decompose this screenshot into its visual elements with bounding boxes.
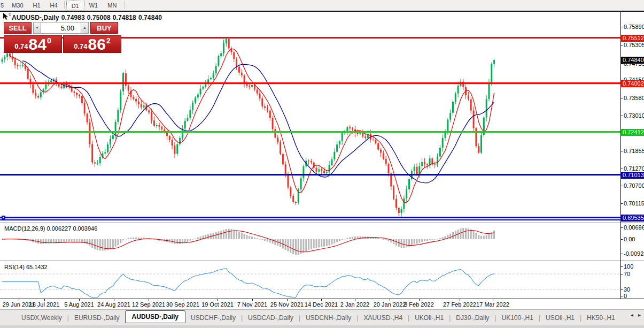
price-axis-tick bbox=[620, 27, 623, 27]
date-tick bbox=[183, 299, 183, 301]
tf-button-d1[interactable]: D1 bbox=[66, 1, 84, 10]
tab-usdcad-daily[interactable]: USDCAD-,Daily bbox=[243, 312, 299, 324]
buy-button[interactable]: BUY bbox=[90, 22, 118, 34]
tab-scroll-right-icon[interactable]: ▸ bbox=[638, 312, 641, 318]
chart-title: AUDUSD-,Daily0.749830.750080.748180.7484… bbox=[12, 14, 164, 21]
price-axis-label: 0.73010 bbox=[624, 112, 644, 119]
tf-button-w1[interactable]: W1 bbox=[84, 1, 103, 10]
hline-0.74002[interactable] bbox=[0, 82, 620, 84]
date-axis: 29 Jun 202118 Jul 20215 Aug 202124 Aug 2… bbox=[0, 299, 644, 309]
hline-0.72412[interactable] bbox=[0, 131, 620, 133]
tab-eurusd-daily[interactable]: EURUSD-,Daily bbox=[69, 312, 125, 324]
date-tick bbox=[19, 299, 19, 301]
sell-button[interactable]: SELL bbox=[4, 22, 32, 34]
macd-axis-label: -0.00923 bbox=[624, 250, 644, 257]
macd-histogram bbox=[2, 228, 495, 255]
tab-audusd-daily[interactable]: AUDUSD-,Daily bbox=[125, 310, 185, 323]
tab-hk50-h1[interactable]: HK50-,H1 bbox=[581, 312, 620, 324]
tab-scroll-nav: ◂ ▸ bbox=[631, 312, 641, 318]
hline-0.69535[interactable] bbox=[0, 217, 620, 218]
tab-usdx-weekly[interactable]: USDX,Weekly bbox=[16, 312, 67, 324]
quote-low: 0.74818 bbox=[113, 14, 136, 21]
price-axis-tick bbox=[620, 98, 623, 98]
ma-fast-line bbox=[10, 49, 494, 203]
tab-usdcnh-daily[interactable]: USDCNH-,Daily bbox=[300, 312, 356, 324]
price-axis-label: 0.71270 bbox=[624, 165, 644, 172]
volume-increase-button[interactable]: ▲ bbox=[81, 22, 89, 34]
sell-price-box[interactable]: 0.74 84 0 bbox=[4, 35, 62, 53]
date-label: 27 Feb 2022 bbox=[443, 301, 476, 308]
macd-axis-label: 0.006964 bbox=[624, 224, 644, 231]
rsi-separator-groove bbox=[0, 261, 644, 262]
sell-price-big: 84 bbox=[29, 37, 46, 52]
date-label: 18 Jul 2021 bbox=[29, 301, 60, 308]
rsi-axis-label: 70 bbox=[624, 271, 630, 277]
tf-button-h1[interactable]: H1 bbox=[28, 1, 45, 10]
rsi-axis-label: 30 bbox=[624, 286, 630, 293]
price-axis-label: 0.71855 bbox=[624, 148, 644, 154]
price-axis-label: 0.70115 bbox=[624, 200, 644, 207]
date-label: 19 Oct 2021 bbox=[201, 301, 234, 308]
price-axis-label: 0.75890 bbox=[624, 24, 644, 30]
date-label: 20 Jan 2022 bbox=[374, 301, 406, 308]
macd-separator-groove bbox=[0, 223, 644, 224]
price-axis-label: 0.75305 bbox=[624, 42, 644, 48]
hline-0.69535-second[interactable] bbox=[0, 219, 620, 220]
price-marker-0.72412: 0.72412 bbox=[621, 129, 644, 136]
tab-dj30-daily[interactable]: DJ30-,Daily bbox=[451, 312, 494, 324]
price-axis-label: 0.73580 bbox=[624, 95, 644, 101]
date-tick bbox=[218, 299, 218, 301]
hline-0.71013[interactable] bbox=[0, 174, 620, 176]
date-label: 25 Nov 2021 bbox=[270, 301, 304, 308]
tab-xauusd-h4[interactable]: XAUUSD-,H4 bbox=[358, 312, 408, 324]
buy-price-box[interactable]: 0.74 86 2 bbox=[63, 35, 121, 53]
tab-usoil-h1[interactable]: USOil-,H1 bbox=[540, 312, 580, 324]
price-axis-tick bbox=[620, 151, 623, 151]
toolbar-separator bbox=[124, 1, 125, 9]
price-axis-tick bbox=[620, 64, 623, 64]
tab-usdchf-daily[interactable]: USDCHF-,Daily bbox=[185, 312, 241, 324]
tf-button-mn[interactable]: MN bbox=[103, 1, 121, 10]
price-marker-0.75512: 0.75512 bbox=[621, 35, 644, 42]
hline-handle[interactable] bbox=[2, 216, 5, 219]
ma-slow-line bbox=[23, 61, 494, 183]
date-label: 8 Feb 2022 bbox=[404, 301, 434, 308]
quote-open: 0.74983 bbox=[61, 14, 85, 21]
candles-layer bbox=[2, 37, 495, 217]
date-tick bbox=[149, 299, 149, 301]
rsi-axis-label: 100 bbox=[624, 263, 633, 270]
volume-input[interactable] bbox=[41, 22, 81, 34]
price-axis-tick bbox=[620, 186, 623, 186]
sell-price-small: 0.74 bbox=[14, 42, 28, 50]
tf-button-m30[interactable]: M30 bbox=[7, 1, 28, 10]
chart-symbol-label: AUDUSD-,Daily bbox=[12, 14, 59, 21]
date-tick bbox=[493, 299, 493, 301]
buy-price-small: 0.74 bbox=[74, 42, 87, 50]
tab-uk100-h1[interactable]: UK100-,H1 bbox=[496, 312, 538, 324]
quote-close: 0.74840 bbox=[138, 14, 162, 21]
tf-button-5[interactable]: 5 bbox=[0, 1, 7, 10]
macd-signal-line bbox=[2, 231, 494, 252]
macd-axis-tick bbox=[620, 239, 623, 240]
date-label: 5 Aug 2021 bbox=[64, 301, 94, 308]
date-tick bbox=[252, 299, 253, 301]
macd-axis-label: 0.00 bbox=[624, 236, 635, 242]
volume-decrease-button[interactable]: ▼ bbox=[33, 22, 41, 34]
sell-price-sup: 0 bbox=[47, 36, 51, 45]
tf-button-h4[interactable]: H4 bbox=[45, 1, 63, 10]
cursor-tool-icon bbox=[3, 13, 11, 20]
date-tick bbox=[460, 299, 460, 301]
rsi-axis-label: 0 bbox=[624, 293, 627, 299]
rsi-panel-canvas bbox=[0, 262, 620, 299]
date-tick bbox=[44, 299, 45, 301]
date-label: 7 Nov 2021 bbox=[237, 301, 267, 308]
tab-scroll-left-icon[interactable]: ◂ bbox=[631, 312, 633, 318]
tab-ukoil-h1[interactable]: UKOil-,H1 bbox=[409, 312, 449, 324]
price-axis-tick bbox=[620, 116, 623, 116]
price-axis-label: 0.70700 bbox=[624, 182, 644, 189]
one-click-trading-panel: SELL ▼ ▲ BUY 0.74 84 0 0.74 86 2 bbox=[4, 22, 121, 53]
rsi-label: RSI(14) 65.1432 bbox=[4, 264, 48, 270]
date-label: 30 Sep 2021 bbox=[166, 301, 199, 308]
date-label: 17 Mar 2022 bbox=[476, 301, 509, 308]
rsi-axis-tick bbox=[620, 289, 623, 290]
